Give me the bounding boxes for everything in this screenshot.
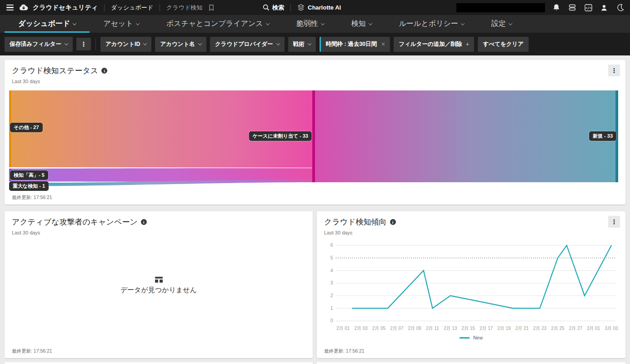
legend-item-new[interactable]: New (317, 335, 625, 340)
panel-title: クラウド検知傾向 (324, 217, 387, 227)
panel-title: アクティブな攻撃者のキャンペーン (12, 217, 138, 227)
cloud-security-logo-icon (19, 3, 28, 12)
svg-text:3月 01: 3月 01 (587, 326, 600, 331)
no-data-text: データが見つかりません (120, 286, 197, 294)
filter-options-kebab-icon[interactable]: ⋮ (76, 38, 91, 50)
panel-active-adversary-campaigns: アクティブな攻撃者のキャンペーン i Last 30 days データが見つかり… (5, 211, 313, 358)
line-chart-svg: 01234562月 012月 032月 052月 072月 092月 112月 … (322, 240, 618, 333)
charlotte-ai-icon (297, 4, 305, 11)
sankey-label-critical-detection: 重大な検知 - 1 (9, 181, 49, 191)
search-icon (263, 4, 270, 11)
svg-text:2月 21: 2月 21 (515, 326, 529, 331)
clear-all-button[interactable]: すべてをクリア (478, 37, 529, 52)
filter-account-id-dropdown[interactable]: アカウントID (100, 37, 151, 52)
svg-text:2月 11: 2月 11 (426, 326, 439, 331)
last-updated-text: 最終更新: 17:56:21 (12, 194, 52, 201)
empty-state: データが見つかりません (5, 235, 313, 335)
svg-text:2月 03: 2月 03 (354, 326, 368, 331)
tab-vulnerabilities[interactable]: 脆弱性 (283, 15, 338, 33)
breadcrumb-current: クラウド検知 (166, 4, 202, 12)
tab-dashboard[interactable]: ダッシュボード (5, 15, 90, 33)
info-icon[interactable]: i (390, 219, 396, 225)
dark-mode-moon-icon[interactable] (615, 3, 625, 12)
close-icon[interactable]: × (381, 40, 385, 48)
panel-cloud-detection-status: クラウド検知ステータス i Last 30 days ⋮ (5, 60, 625, 204)
sankey-link-unassigned-to-new[interactable] (315, 90, 615, 182)
filter-cloud-provider-dropdown[interactable]: クラウドプロバイダー (210, 37, 285, 52)
panel-subtitle: Last 30 days (12, 79, 618, 84)
tab-posture-compliance[interactable]: ポスチャとコンプライアンス (153, 15, 283, 33)
panel-cloud-detection-trend: クラウド検知傾向 i Last 30 days ⋮ 01234562月 012月… (317, 211, 625, 358)
svg-text:2: 2 (330, 293, 333, 298)
svg-text:2月 27: 2月 27 (569, 326, 583, 331)
chevron-down-icon (461, 21, 465, 25)
api-code-icon[interactable]: </> (584, 3, 593, 12)
sankey-label-new: 新規 - 33 (589, 131, 616, 141)
svg-text:4: 4 (330, 268, 333, 273)
svg-text:2月 19: 2月 19 (497, 326, 511, 331)
activity-feed-icon[interactable] (568, 3, 577, 12)
legend-line-swatch (460, 337, 470, 339)
hamburger-menu-icon[interactable] (5, 4, 15, 12)
panel-menu-kebab-icon[interactable]: ⋮ (608, 216, 620, 228)
panel-menu-kebab-icon[interactable]: ⋮ (608, 65, 620, 76)
charlotte-ai-button[interactable]: Charlotte AI (297, 4, 341, 11)
tab-rules-policies[interactable]: ルールとポリシー (385, 15, 478, 33)
top-bar: クラウドセキュリティ ダッシュボード クラウド検知 検索 Charlotte A… (0, 0, 630, 15)
plus-icon: + (465, 40, 469, 48)
sankey-svg (9, 90, 618, 188)
info-icon[interactable]: i (141, 219, 147, 225)
app-title: クラウドセキュリティ (33, 4, 98, 12)
chevron-down-icon (73, 21, 76, 25)
tab-settings[interactable]: 設定 (478, 15, 525, 33)
chevron-down-icon (136, 21, 140, 25)
redacted-account-name (456, 3, 545, 12)
divider (104, 4, 105, 11)
divider (160, 4, 160, 11)
sankey-label-other: その他 - 27 (10, 123, 43, 132)
search-button[interactable]: 検索 (263, 4, 284, 12)
chevron-down-icon (307, 41, 311, 45)
sankey-node-unassigned[interactable] (312, 90, 315, 182)
svg-text:0: 0 (330, 318, 333, 323)
time-range-filter-chip[interactable]: 時間枠 : 過去30日間× (320, 37, 390, 52)
filter-tactic-dropdown[interactable]: 戦術 (288, 37, 316, 52)
svg-text:2月 23: 2月 23 (533, 326, 547, 331)
saved-filters-dropdown[interactable]: 保存済みフィルター (5, 37, 73, 52)
sankey-chart: その他 - 27 検知「高」- 5 重大な検知 - 1 ケースに未割り当て - … (9, 90, 618, 188)
panel-partial-right (317, 362, 625, 364)
chevron-down-icon (368, 21, 372, 25)
user-profile-icon[interactable] (600, 3, 609, 12)
breadcrumb-dashboard[interactable]: ダッシュボード (111, 4, 153, 12)
filter-bar: 保存済みフィルター ⋮ アカウントID アカウント名 クラウドプロバイダー 戦術… (0, 33, 630, 55)
svg-text:2月 07: 2月 07 (390, 326, 404, 331)
tab-assets[interactable]: アセット (90, 15, 153, 33)
sankey-link-other-to-unassigned[interactable] (11, 90, 312, 168)
line-chart: 01234562月 012月 032月 052月 072月 092月 112月 … (322, 240, 618, 333)
add-remove-filters-button[interactable]: フィルターの追加／削除+ (394, 37, 474, 52)
svg-text:2月 01: 2月 01 (336, 326, 350, 331)
svg-text:3: 3 (330, 280, 333, 285)
chevron-down-icon (198, 41, 202, 45)
divider (95, 38, 96, 50)
legend-label: New (473, 335, 483, 340)
info-icon[interactable]: i (101, 68, 107, 74)
dashboard-content: クラウド検知ステータス i Last 30 days ⋮ (0, 55, 630, 364)
panel-subtitle: Last 30 days (12, 230, 305, 235)
chevron-down-icon (265, 21, 269, 25)
svg-text:5: 5 (330, 255, 333, 260)
tab-detections[interactable]: 検知 (338, 15, 385, 33)
svg-text:2月 15: 2月 15 (462, 326, 475, 331)
svg-text:6: 6 (330, 242, 333, 248)
chevron-down-icon (143, 41, 147, 45)
svg-text:1: 1 (330, 305, 333, 311)
chevron-down-icon (509, 21, 512, 25)
last-updated-text: 最終更新: 17:56:21 (12, 348, 52, 354)
svg-text:2月 25: 2月 25 (551, 326, 565, 331)
notifications-bell-icon[interactable] (552, 3, 561, 12)
svg-text:2月 09: 2月 09 (408, 326, 422, 331)
chevron-down-icon (276, 41, 280, 45)
bookmark-icon[interactable] (207, 3, 216, 12)
panel-subtitle: Last 30 days (324, 230, 618, 235)
filter-account-name-dropdown[interactable]: アカウント名 (155, 37, 206, 52)
